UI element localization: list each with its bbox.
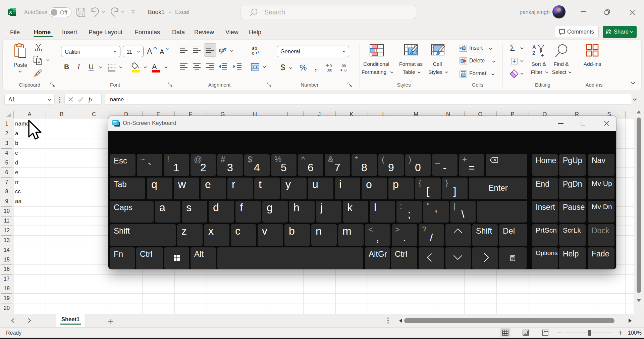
svg-text:.0: .0 [343,68,346,72]
svg-text:Z: Z [532,50,535,56]
svg-text:ab: ab [219,47,224,53]
svg-text:.00: .00 [327,68,332,72]
svg-text:A: A [532,44,536,50]
svg-text:X: X [9,10,12,15]
svg-text:.00: .00 [341,64,346,68]
svg-text:0: 0 [330,64,332,68]
svg-text:c: c [252,50,254,55]
